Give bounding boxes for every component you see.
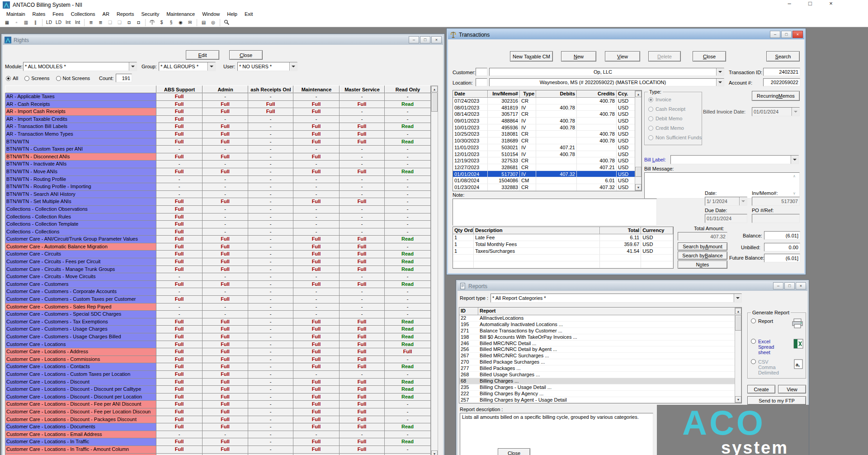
rights-table-row[interactable]: Customer Care - Locations - Discount - D… [5, 393, 431, 401]
rights-column-header[interactable]: ash Receipts Onl [248, 85, 293, 93]
rights-table-row[interactable]: Customer Care - Automatic Balance Migrat… [5, 243, 431, 251]
menu-item-ar[interactable]: AR [99, 10, 113, 18]
transaction-row[interactable]: 11/01/2023503021IV407.21USD [453, 144, 642, 151]
new-button[interactable]: New [561, 51, 596, 62]
report-row[interactable]: 270Billed Package Surcharges ... [459, 359, 741, 365]
report-row[interactable]: 22AllInactiveLocations [459, 315, 741, 322]
intl-rates-icon[interactable]: Int [64, 19, 72, 26]
close-icon[interactable]: × [793, 31, 803, 38]
menu-item-maintain[interactable]: Maintain [3, 10, 29, 18]
ld-import-icon[interactable]: LD [54, 19, 63, 26]
rights-column-header[interactable] [5, 85, 156, 93]
rights-column-header[interactable]: Master Service [340, 85, 385, 93]
rights-table-row[interactable]: BTN/WTN - Routing Profile - Importing---… [5, 183, 431, 191]
rights-table-row[interactable]: Collections - Collection TemplateFull---… [5, 221, 431, 228]
transactions-column-header[interactable]: Debits [536, 90, 577, 98]
menu-item-reports[interactable]: Reports [113, 10, 138, 18]
chevron-down-icon[interactable] [129, 62, 137, 71]
close-icon[interactable]: × [431, 36, 442, 43]
inv-register-icon[interactable]: ▤ [199, 19, 208, 26]
ld-rates-icon[interactable]: LD [45, 19, 53, 26]
item-row[interactable] [453, 261, 673, 268]
report-row[interactable]: 271Balance Transactions by Customer ... [459, 328, 741, 334]
report-row[interactable]: 68Billing Charges ... [459, 378, 741, 384]
notes-button[interactable]: Notes [678, 261, 727, 269]
transactions-column-header[interactable]: Type [520, 90, 536, 98]
scroll-up-icon[interactable]: ▲ [431, 86, 438, 92]
minimize-icon[interactable]: – [409, 36, 419, 43]
restore-icon[interactable]: □ [784, 282, 795, 289]
menu-item-collections[interactable]: Collections [67, 10, 99, 18]
rights-table-row[interactable]: BTN/WTN - Custom Taxes per ANI------ [5, 146, 431, 153]
rights-table-row[interactable]: Customer Care - Locations - AddressFullF… [5, 348, 431, 356]
transaction-row[interactable]: 12/27/2023328681CR407.21USD [453, 164, 642, 171]
transactions-column-header[interactable]: Date [453, 90, 488, 98]
rights-table-row[interactable]: AR - Import Taxable CreditsFull----- [5, 116, 431, 123]
radio-screens[interactable]: Screens [24, 76, 49, 81]
rights-table-row[interactable]: Customer Care - Locations - CommissionsF… [5, 356, 431, 364]
report-row[interactable]: 277Billed Packages ... [459, 365, 741, 372]
rights-table-row[interactable]: AR - Cash ReceiptsFullFullFullFullFullRe… [5, 101, 431, 109]
rights-table-row[interactable]: AR - Transaction Memo TypesFullFull-Full… [5, 131, 431, 138]
rights-table-row[interactable]: Customer Care - Locations - In TrafficFu… [5, 438, 431, 446]
rights-table-row[interactable]: Customer Care - Circuits - Manage Trunk … [5, 266, 431, 274]
rights-table-row[interactable]: Customer Care - Locations - Discount - D… [5, 386, 431, 393]
reports-column-header[interactable]: ID [459, 308, 478, 315]
items-column-header[interactable]: Qty Ord [453, 227, 474, 234]
close-icon[interactable]: × [826, 0, 835, 7]
scroll-up-icon[interactable]: ▲ [635, 91, 642, 97]
transaction-row[interactable]: 12/19/2023327533CR400.78USD [453, 157, 642, 164]
transaction-row[interactable]: 01/01/2024517307IV407.32USD [453, 171, 642, 178]
transaction-row[interactable]: 09/01/2023488864IV400.78USD [453, 118, 642, 124]
radio-not-screens[interactable]: Not Screens [56, 76, 90, 81]
menu-item-help[interactable]: Help [223, 10, 241, 18]
scroll-down-icon[interactable]: ▼ [735, 396, 741, 403]
user-dropdown[interactable]: * NO USERS * [237, 62, 297, 71]
rights-table-row[interactable]: Customer Care - Locations - DiscountFull… [5, 379, 431, 386]
search-by-amount-button[interactable]: Search by Amount [678, 242, 727, 251]
stamp-approve-icon[interactable]: ◘ [134, 19, 143, 26]
module-dropdown[interactable]: * ALL MODULES * [23, 62, 137, 71]
report-row[interactable]: 268Billed Usage Surcharges ... [459, 372, 741, 378]
restore-icon[interactable]: □ [781, 31, 792, 38]
scroll-down-icon[interactable]: ▼ [635, 184, 642, 190]
customer-icon[interactable]: ▦ [3, 19, 11, 26]
new-taxable-cm-button[interactable]: New Taxable CM [510, 51, 553, 62]
rights-table-row[interactable]: AR - Transaction Bill LabelsFullFull-Ful… [5, 123, 431, 131]
rights-table-row[interactable]: Customer Care - ANI/Circuit/Trunk Group … [5, 236, 431, 243]
transactions-column-header[interactable]: Credits [577, 90, 617, 98]
chevron-down-icon[interactable] [289, 62, 297, 71]
close-button[interactable]: Close [229, 50, 263, 60]
item-row[interactable]: 1Total Monthly Fees359.67USD [453, 241, 673, 248]
create-button[interactable]: Create [747, 385, 775, 393]
restore-icon[interactable]: □ [420, 36, 430, 43]
location-code-field[interactable] [476, 78, 487, 86]
intl-import-icon[interactable]: Int [73, 19, 82, 26]
transactions-column-header[interactable]: Inv/Memo# [488, 90, 520, 98]
reports-column-header[interactable]: Report [478, 308, 735, 315]
rights-table-row[interactable]: Customer Care - Customers - Special SDC … [5, 311, 431, 318]
rights-table-row[interactable]: BTN/WTN - Move ANIsFullFull-FullFullRead [5, 168, 431, 176]
chevron-down-icon[interactable] [716, 79, 724, 86]
cash-receipt-icon[interactable]: ❏ [106, 19, 114, 26]
rights-table-row[interactable]: Customer Care - Locations - Email Addres… [5, 431, 431, 439]
rights-table-row[interactable]: AR - Applicable TaxesFull----- [5, 93, 431, 101]
rights-column-header[interactable]: Admin [203, 85, 248, 93]
item-row[interactable]: 1Taxes/Surcharges41.54USD [453, 248, 673, 255]
note-textarea[interactable] [453, 199, 657, 226]
rights-table-row[interactable]: Customer Care - Circuits - Move Circuits… [5, 273, 431, 281]
report-description-textarea[interactable]: Lists all amounts billed on a specific b… [460, 413, 653, 455]
rights-table-row[interactable]: Customer Care - Locations - Inactive che… [5, 454, 431, 455]
rights-vertical-scrollbar[interactable]: ▲ ▼ [431, 85, 438, 455]
rights-table-row[interactable]: Customer Care - Locations - DocumentsFul… [5, 423, 431, 431]
globe-icon[interactable]: ◉ [176, 19, 185, 26]
rights-table-row[interactable]: Customer Care - Customers - Tax Exemptio… [5, 318, 431, 326]
transaction-row[interactable]: 01/23/2024332883CR407.32USD [453, 184, 642, 191]
chevron-down-icon[interactable] [716, 68, 724, 76]
rights-table-row[interactable]: BTN/WTNFullFull-FullFullRead [5, 138, 431, 146]
maximize-icon[interactable]: □ [806, 0, 815, 7]
minimize-icon[interactable]: – [773, 282, 783, 289]
rights-table-row[interactable]: Customer Care - Circuits - Fees per Circ… [5, 258, 431, 266]
bill-label-dropdown[interactable] [670, 155, 799, 164]
stamp-icon[interactable]: ◘ [125, 19, 133, 26]
